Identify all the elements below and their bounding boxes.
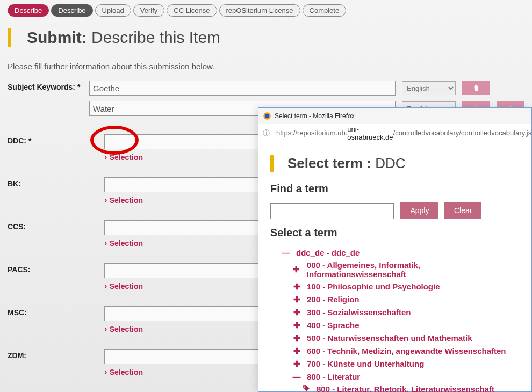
tree-item-label: 800 - Literatur, Rhetorik, Literaturwiss… [317,384,494,393]
tree-item[interactable]: 800 - Literatur, Rhetorik, Literaturwiss… [301,383,520,393]
tree-item[interactable]: ✚000 - Allgemeines, Informatik, Informat… [292,259,520,280]
plus-icon: ✚ [292,265,301,274]
apply-button[interactable]: Apply [400,202,438,219]
breadcrumb-item[interactable]: repOSitorium License [219,4,300,17]
zdm-selection-link[interactable]: Selection [104,367,143,377]
plus-icon: ✚ [292,321,301,330]
tree-item[interactable]: ✚400 - Sprache [292,319,520,332]
popup-titlebar[interactable]: Select term - Mozilla Firefox [258,108,531,124]
popup-url-path: /controlledvocabulary/controlledvocabula… [393,129,532,137]
label-msc: MSC: [8,306,104,317]
tree-item-label: 000 - Allgemeines, Informatik, Informati… [307,260,520,279]
tree-item[interactable]: —ddc_de - ddc_de [281,246,520,259]
ddc-selection-link[interactable]: Selection [104,153,143,162]
instruction-text: Please fill further information about th… [8,62,524,71]
breadcrumb-item[interactable]: Describe [51,4,92,17]
popup-window-title: Select term - Mozilla Firefox [275,112,355,120]
find-term-heading: Find a term [270,183,520,195]
plus-icon: ✚ [292,295,301,304]
label-pacs: PACS: [8,263,104,274]
tree-item-label: 100 - Philosophie und Psychologie [307,282,440,291]
tree-item[interactable]: ✚100 - Philosophie und Psychologie [292,280,520,293]
trash-icon [472,84,480,92]
plus-icon: ✚ [292,346,301,356]
breadcrumb: DescribeDescribeUploadVerifyCC Licensere… [8,4,524,17]
tree-item-label: 500 - Naturwissenschaften und Mathematik [307,333,472,343]
tree-item-label: 200 - Religion [307,295,360,304]
page-title: Submit: Describe this Item [8,28,524,47]
select-term-heading: Select a term [270,227,520,239]
tree-item-label: ddc_de - ddc_de [296,248,360,257]
popup-url-prefix: https://repositorium.ub. [276,129,347,137]
label-zdm: ZDM: [8,349,104,360]
ccs-selection-link[interactable]: Selection [104,238,143,248]
clear-button[interactable]: Clear [444,202,481,219]
breadcrumb-item[interactable]: Verify [133,4,165,17]
tree-item[interactable]: ✚300 - Sozialwissenschaften [292,306,520,319]
pacs-selection-link[interactable]: Selection [104,281,143,291]
plus-icon: ✚ [292,282,301,292]
tree-item[interactable]: ✚700 - Künste und Unterhaltung [292,358,520,371]
label-bk: BK: [8,177,104,188]
breadcrumb-item[interactable]: CC License [167,4,217,17]
delete-keyword-button-0[interactable] [462,81,490,95]
label-ddc: DDC: * [8,134,104,145]
tree-item[interactable]: ✚500 - Naturwissenschaften und Mathemati… [292,332,520,345]
msc-selection-link[interactable]: Selection [104,324,143,334]
tree-item-label: 300 - Sozialwissenschaften [307,308,411,317]
bk-selection-link[interactable]: Selection [104,195,143,205]
tree-item-label: 600 - Technik, Medizin, angewandte Wisse… [307,346,506,355]
select-term-popup: Select term - Mozilla Firefox ⓘ https://… [258,107,532,392]
tree-item[interactable]: —800 - Literatur [292,371,520,383]
term-tree: —ddc_de - ddc_de✚000 - Allgemeines, Info… [270,246,520,393]
tree-item-label: 700 - Künste und Unterhaltung [307,359,424,368]
minus-icon: — [292,372,301,381]
svg-point-1 [265,114,269,118]
plus-icon: ✚ [292,359,301,369]
tree-item-label: 400 - Sprache [307,321,360,330]
label-keywords: Subject Keywords: * [8,81,89,91]
tag-icon [301,384,311,393]
keyword-input-0[interactable] [89,81,396,96]
popup-heading: Select term : DDC [270,155,520,172]
tree-item[interactable]: ✚600 - Technik, Medizin, angewandte Wiss… [292,345,520,358]
minus-icon: — [281,248,291,257]
label-ccs: CCS: [8,220,104,231]
language-select-0[interactable]: English [402,81,456,95]
tree-item[interactable]: ✚200 - Religion [292,293,520,306]
plus-icon: ✚ [292,308,301,317]
find-term-input[interactable] [270,203,394,219]
breadcrumb-item[interactable]: Describe [8,4,49,17]
popup-urlbar[interactable]: ⓘ https://repositorium.ub.uni-osnabrueck… [258,124,531,142]
tree-item-label: 800 - Literatur [307,372,360,381]
breadcrumb-item[interactable]: Complete [303,4,347,17]
plus-icon: ✚ [292,333,301,343]
breadcrumb-item[interactable]: Upload [95,4,131,17]
popup-url-host: uni-osnabrueck.de [347,125,393,141]
firefox-icon [263,112,271,120]
